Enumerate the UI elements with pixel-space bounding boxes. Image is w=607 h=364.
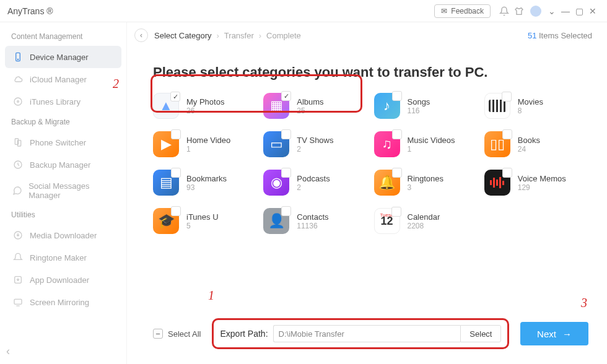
checkbox-icon xyxy=(391,207,401,217)
sidebar-item-label: Media Downloader xyxy=(30,231,97,240)
sidebar-item-itunes[interactable]: iTunes Library xyxy=(5,90,121,113)
breadcrumb: ‹ Select Category › Transfer › Complete … xyxy=(134,22,592,48)
maximize-button[interactable]: ▢ xyxy=(574,6,585,17)
sidebar-item-label: iTunes Library xyxy=(30,97,81,106)
checkbox-icon xyxy=(281,168,291,178)
export-path-label: Export Path: xyxy=(220,329,268,339)
sidebar-item-media-downloader[interactable]: Media Downloader xyxy=(5,224,121,246)
home-video-icon: ▶ xyxy=(153,131,179,157)
minus-icon: − xyxy=(153,329,163,339)
sidebar-heading-backup: Backup & Migrate xyxy=(5,113,121,131)
checkbox-icon xyxy=(171,206,181,216)
svg-point-3 xyxy=(17,101,19,103)
sidebar-item-label: App Downloader xyxy=(30,275,89,285)
category-albums[interactable]: ▦✓ Albums25 xyxy=(263,93,367,119)
sidebar-item-phone-switcher[interactable]: Phone Switcher xyxy=(5,131,121,154)
category-music-videos[interactable]: ♫ Music Videos1 xyxy=(374,131,478,157)
annotation-number-3: 3 xyxy=(581,296,587,310)
annotation-number-2: 2 xyxy=(113,77,119,91)
items-selected-count: 51 xyxy=(528,31,536,40)
check-icon: ✓ xyxy=(281,91,291,101)
select-all-checkbox[interactable]: − Select All xyxy=(153,329,201,339)
breadcrumb-select[interactable]: Select Category xyxy=(154,31,212,40)
category-my-photos[interactable]: ▲✓ My Photos26 xyxy=(153,93,257,119)
checkbox-icon xyxy=(502,92,512,102)
app-title: AnyTrans ® xyxy=(7,6,53,16)
contacts-icon: 👤 xyxy=(263,208,289,234)
chevron-right-icon: › xyxy=(217,31,219,40)
sidebar-item-app-downloader[interactable]: App Downloader xyxy=(5,269,121,291)
sidebar-item-label: Backup Manager xyxy=(30,160,90,170)
movies-icon xyxy=(484,93,510,119)
feedback-label: Feedback xyxy=(451,7,484,15)
sidebar-item-label: iCloud Manager xyxy=(30,75,87,84)
calendar-icon: Tuesd12 xyxy=(374,208,400,234)
podcasts-icon: ◉ xyxy=(263,170,289,196)
sidebar-item-social[interactable]: Social Messages Manager xyxy=(5,176,121,206)
category-home-video[interactable]: ▶ Home Video1 xyxy=(153,131,257,157)
sidebar-item-icloud[interactable]: iCloud Manager xyxy=(5,68,121,90)
checkbox-icon xyxy=(281,206,291,216)
chevron-down-icon[interactable]: ⌄ xyxy=(546,6,557,17)
photos-icon: ▲✓ xyxy=(153,93,179,119)
music-video-icon: ♫ xyxy=(374,131,400,157)
next-button[interactable]: Next → xyxy=(520,322,588,345)
tv-icon: ▭ xyxy=(263,131,289,157)
bell-icon[interactable] xyxy=(499,6,509,16)
sidebar-item-label: Phone Switcher xyxy=(30,138,86,147)
music-disc-icon xyxy=(12,96,24,107)
sidebar-item-label: Screen Mirroring xyxy=(30,298,89,307)
itunes-u-icon: 🎓 xyxy=(153,208,179,234)
close-button[interactable]: ✕ xyxy=(587,6,598,17)
checkbox-icon xyxy=(502,129,512,139)
bell-icon xyxy=(12,252,24,263)
checkbox-icon xyxy=(502,168,512,178)
albums-icon: ▦✓ xyxy=(263,93,289,119)
annotation-number-1: 1 xyxy=(208,288,214,303)
sidebar-item-device-manager[interactable]: Device Manager xyxy=(5,46,121,68)
sidebar-heading-content: Content Management xyxy=(5,27,121,46)
export-path-group: Export Path: Select xyxy=(212,318,509,349)
category-bookmarks[interactable]: ▤ Bookmarks93 xyxy=(153,170,257,196)
voice-memos-icon xyxy=(484,170,510,196)
category-tv-shows[interactable]: ▭ TV Shows2 xyxy=(263,131,367,157)
checkbox-icon xyxy=(392,168,402,178)
category-grid: ▲✓ My Photos26 ▦✓ Albums25 ♪ Songs116 Mo… xyxy=(134,93,592,234)
content: ‹ Select Category › Transfer › Complete … xyxy=(127,22,607,364)
back-button[interactable]: ‹ xyxy=(134,28,148,42)
download-icon xyxy=(12,230,24,241)
category-movies[interactable]: Movies8 xyxy=(484,93,588,119)
sidebar-item-backup-manager[interactable]: Backup Manager xyxy=(5,154,121,176)
select-all-label: Select All xyxy=(168,329,201,339)
collapse-sidebar-button[interactable]: ‹ xyxy=(6,345,10,358)
breadcrumb-transfer: Transfer xyxy=(224,31,254,40)
select-path-button[interactable]: Select xyxy=(460,325,501,342)
svg-point-1 xyxy=(17,59,18,59)
export-path-input[interactable] xyxy=(273,325,461,342)
svg-point-2 xyxy=(14,98,22,105)
category-podcasts[interactable]: ◉ Podcasts2 xyxy=(263,170,367,196)
sidebar-item-ringtone-maker[interactable]: Ringtone Maker xyxy=(5,246,121,269)
minimize-button[interactable]: — xyxy=(560,6,571,17)
shirt-icon[interactable] xyxy=(514,6,524,16)
category-calendar[interactable]: Tuesd12 Calendar2208 xyxy=(374,208,478,234)
cloud-icon xyxy=(12,74,24,85)
category-books[interactable]: ▯▯ Books24 xyxy=(484,131,588,157)
sidebar-heading-utilities: Utilities xyxy=(5,206,121,224)
items-selected: 51 Items Selected xyxy=(528,31,592,40)
category-voice-memos[interactable]: Voice Memos129 xyxy=(484,170,588,196)
feedback-button[interactable]: ✉ Feedback xyxy=(434,4,491,18)
breadcrumb-complete: Complete xyxy=(266,31,301,40)
checkbox-icon xyxy=(171,129,181,139)
category-itunes-u[interactable]: 🎓 iTunes U5 xyxy=(153,208,257,234)
checkbox-icon xyxy=(171,168,181,178)
app-download-icon xyxy=(12,274,24,285)
category-ringtones[interactable]: 🔔 Ringtones3 xyxy=(374,170,478,196)
page-title: Please select categories you want to tra… xyxy=(153,64,592,80)
checkbox-icon xyxy=(281,129,291,139)
books-icon: ▯▯ xyxy=(484,131,510,157)
avatar[interactable] xyxy=(530,6,541,17)
sidebar-item-screen-mirroring[interactable]: Screen Mirroring xyxy=(5,291,121,313)
category-contacts[interactable]: 👤 Contacts11136 xyxy=(263,208,367,234)
category-songs[interactable]: ♪ Songs116 xyxy=(374,93,478,119)
